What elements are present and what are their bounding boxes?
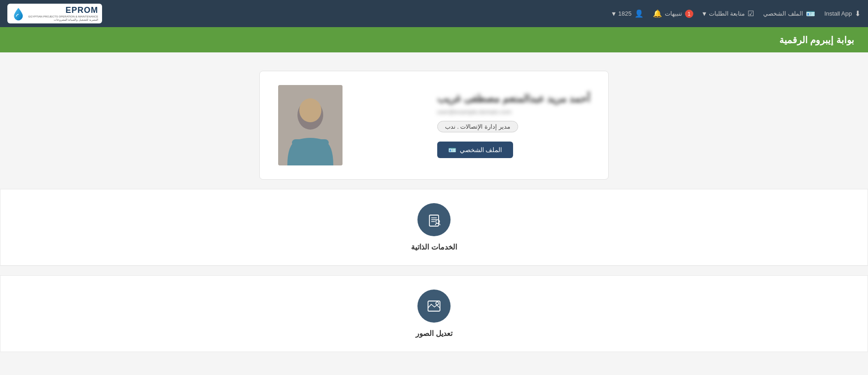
profile-nav-label: الملف الشخصي [763,10,803,17]
bell-icon: 🔔 [653,9,662,18]
user-icon: 👤 [634,9,644,18]
profile-name: أحمد مريد عبدالمنعم مصطفى غريب [437,93,590,105]
profile-email: user@example.domain.com [437,108,512,115]
profile-photo [278,85,343,165]
svg-rect-3 [292,139,329,146]
nav-left-items: ⬇ Install App 🪪 الملف الشخصي ☑ متابعة ال… [612,9,861,18]
logo-eprom-text: EPROM [66,6,98,15]
portal-title: بوابة إيبروم الرقمية [779,34,854,45]
section-divider [0,266,868,266]
logo-drop-icon [11,6,26,21]
self-services-label: الخدمات الذاتية [411,243,457,251]
profile-info: أحمد مريد عبدالمنعم مصطفى غريب user@exam… [437,93,590,158]
profile-card: أحمد مريد عبدالمنعم مصطفى غريب user@exam… [259,71,609,180]
sections-container: الخدمات الذاتية تع [0,189,868,352]
logo-box: EPROM EGYPTIAN PROJECTS OPERATION & MAIN… [7,4,102,23]
chevron-down-user-icon: ▾ [612,9,616,18]
profile-button[interactable]: الملف الشخصي 🪪 [437,142,514,158]
edit-photos-label: تعديل الصور [416,329,452,338]
tracking-label: متابعة الطلبات [709,10,745,17]
edit-photos-section[interactable]: تعديل الصور [0,275,868,352]
chevron-down-icon: ▾ [702,9,706,18]
profile-role-badge: مدير إدارة الإتصالات . ندب [437,121,518,132]
install-app-nav-item[interactable]: ⬇ Install App [824,9,861,18]
svg-rect-4 [429,215,439,226]
svg-point-2 [299,98,321,122]
profile-btn-label: الملف الشخصي [460,146,503,153]
notification-badge: 1 [685,10,693,18]
profile-btn-icon: 🪪 [448,146,456,153]
main-content: أحمد مريد عبدالمنعم مصطفى غريب user@exam… [0,52,868,352]
install-icon: ⬇ [855,9,861,18]
profile-icon: 🪪 [806,9,815,18]
user-count: 1825 [618,10,632,17]
logo-text: EPROM EGYPTIAN PROJECTS OPERATION & MAIN… [29,6,98,22]
person-avatar-icon [278,85,343,165]
logo-subtitle: EGYPTIAN PROJECTS OPERATION & MAINTENANC… [29,15,98,22]
self-service-icon [426,211,442,228]
profile-nav-item[interactable]: 🪪 الملف الشخصي [763,9,815,18]
logo-area: EPROM EGYPTIAN PROJECTS OPERATION & MAIN… [7,4,102,23]
green-header-bar: بوابة إيبروم الرقمية [0,27,868,52]
top-nav: ⬇ Install App 🪪 الملف الشخصي ☑ متابعة ال… [0,0,868,27]
edit-image-icon [426,298,442,314]
notifications-label: تنبيهات [665,10,682,17]
edit-photos-icon-circle [417,290,451,323]
tracking-nav-item[interactable]: ☑ متابعة الطلبات ▾ [702,9,754,18]
install-app-label: Install App [824,10,852,17]
self-services-section[interactable]: الخدمات الذاتية [0,189,868,266]
checkbox-icon: ☑ [748,9,754,18]
user-count-item[interactable]: 👤 1825 ▾ [612,9,644,18]
svg-point-10 [436,302,439,305]
self-services-icon-circle [417,203,451,236]
content-wrapper: أحمد مريد عبدالمنعم مصطفى غريب user@exam… [0,62,868,352]
notifications-nav-item[interactable]: 1 تنبيهات 🔔 [653,9,693,18]
